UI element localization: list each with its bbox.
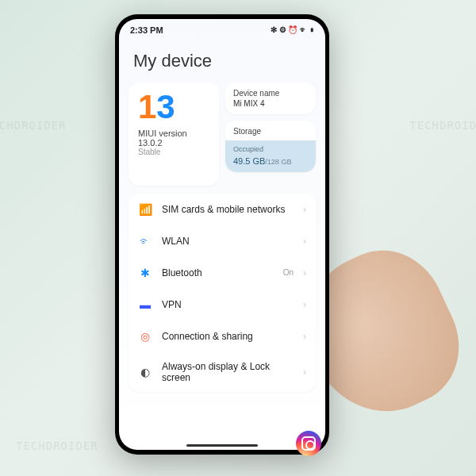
settings-item-label: Always-on display & Lock screen: [162, 361, 294, 383]
wifi-icon: ᯤ: [138, 234, 152, 248]
status-bar: 2:33 PM ✻ ⚙ ⏰ ᯤ ▮: [119, 19, 325, 38]
settings-item-label: VPN: [162, 299, 294, 310]
settings-item-label: SIM cards & mobile networks: [162, 204, 294, 215]
chevron-right-icon: ›: [303, 236, 306, 247]
settings-item[interactable]: ◐Always-on display & Lock screen›: [129, 352, 316, 392]
settings-item-label: Bluetooth: [162, 267, 274, 278]
phone-screen: 2:33 PM ✻ ⚙ ⏰ ᯤ ▮ My device 13 MIUI vers…: [119, 19, 325, 450]
phone-frame: 2:33 PM ✻ ⚙ ⏰ ᯤ ▮ My device 13 MIUI vers…: [115, 14, 329, 455]
miui-label: MIUI version: [138, 129, 209, 138]
info-cards-row: 13 MIUI version 13.0.2 Stable Device nam…: [119, 83, 325, 186]
vpn-icon: ▬: [138, 298, 152, 312]
instagram-badge-icon: [296, 431, 321, 456]
settings-item[interactable]: ✱BluetoothOn›: [129, 257, 316, 289]
aod-icon: ◐: [138, 365, 152, 379]
watermark: TECHDROIDER: [409, 119, 476, 132]
device-name-value: Mi MIX 4: [233, 99, 308, 108]
chevron-right-icon: ›: [303, 367, 306, 378]
device-name-label: Device name: [233, 89, 308, 98]
device-name-card[interactable]: Device name Mi MIX 4: [225, 83, 316, 114]
storage-label: Storage: [233, 127, 308, 136]
storage-total: /128 GB: [265, 158, 291, 166]
settings-item-status: On: [283, 268, 294, 277]
settings-item[interactable]: ◎Connection & sharing›: [129, 321, 316, 352]
miui-version-card[interactable]: 13 MIUI version 13.0.2 Stable: [129, 83, 219, 186]
chevron-right-icon: ›: [303, 299, 306, 310]
bluetooth-icon: ✱: [138, 266, 152, 280]
storage-occupied-label: Occupied: [233, 145, 308, 153]
chevron-right-icon: ›: [303, 267, 306, 278]
storage-used: 49.5 GB: [233, 156, 265, 166]
settings-item-label: Connection & sharing: [162, 331, 294, 342]
miui-version-number: 13.0.2: [138, 138, 209, 148]
settings-list: 📶SIM cards & mobile networks›ᯤWLAN›✱Blue…: [129, 194, 316, 392]
gesture-bar[interactable]: [186, 444, 258, 447]
page-title: My device: [119, 38, 325, 83]
miui-channel: Stable: [138, 148, 209, 156]
sharing-icon: ◎: [138, 329, 152, 344]
storage-card[interactable]: Storage Occupied 49.5 GB/128 GB: [225, 121, 316, 172]
settings-item[interactable]: ▬VPN›: [129, 289, 316, 321]
status-icons: ✻ ⚙ ⏰ ᯤ ▮: [271, 25, 314, 34]
settings-item-label: WLAN: [162, 236, 294, 247]
status-time: 2:33 PM: [130, 25, 163, 35]
chevron-right-icon: ›: [303, 204, 306, 215]
miui-logo: 13: [138, 90, 209, 124]
sim-icon: 📶: [138, 202, 152, 217]
watermark: TECHDROIDER: [16, 440, 98, 452]
settings-item[interactable]: 📶SIM cards & mobile networks›: [129, 194, 316, 225]
watermark: TECHDROIDER: [0, 119, 67, 132]
chevron-right-icon: ›: [303, 331, 306, 342]
settings-item[interactable]: ᯤWLAN›: [129, 225, 316, 257]
